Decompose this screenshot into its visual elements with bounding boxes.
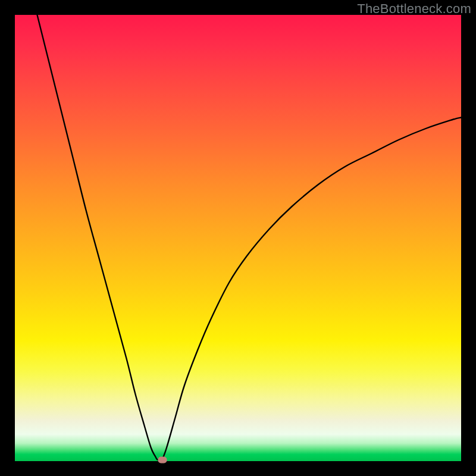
watermark-text: TheBottleneck.com: [357, 1, 471, 17]
chart-plot-area: [15, 15, 461, 461]
bottleneck-curve: [15, 15, 461, 461]
chart-frame: TheBottleneck.com: [0, 0, 476, 476]
optimum-marker: [158, 456, 167, 463]
curve-path: [37, 15, 462, 460]
